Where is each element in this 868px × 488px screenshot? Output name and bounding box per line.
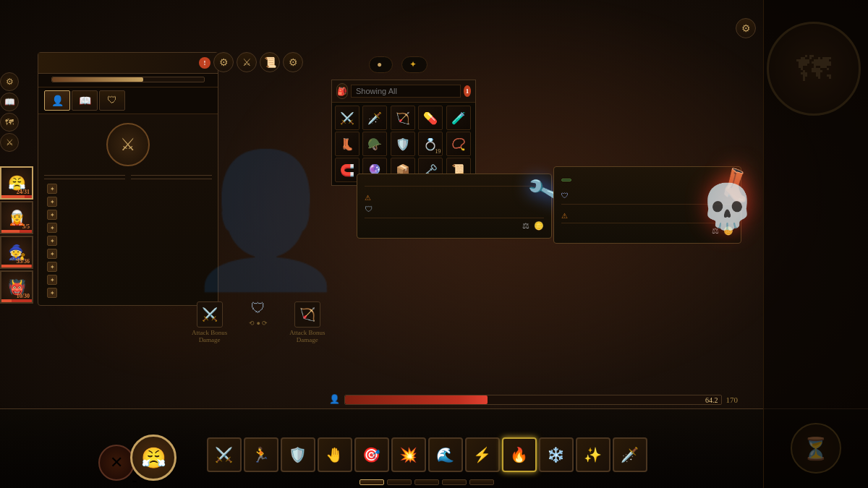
party-member-2[interactable]: 🧝 3/5 bbox=[0, 201, 33, 234]
bottom-action-area: ⚔️ 🏃 🛡️ 🤚 🎯 💥 🌊 ⚡ 🔥 ❄️ ✨ 🗡️ bbox=[94, 435, 760, 487]
tooltip-speedy-lightfeet: 🔧 ⚠ 🛡 ⚖ 🪙 bbox=[357, 174, 552, 239]
hp-bar-fill bbox=[345, 395, 488, 404]
tab-monk[interactable] bbox=[387, 479, 412, 485]
inv-icon[interactable]: 🎒 bbox=[336, 83, 348, 99]
melee-weapon-icon: ⚔️ bbox=[197, 301, 223, 328]
inv-slot-10[interactable]: 📿 bbox=[446, 132, 471, 156]
feature-icon-5: ✦ bbox=[47, 236, 57, 246]
inv-slot-1[interactable]: ⚔️ bbox=[335, 106, 359, 130]
skull-icon: 💀 bbox=[700, 181, 754, 232]
character-silhouette: 👤 bbox=[184, 144, 347, 297]
resource-bar: ● ✦ bbox=[369, 56, 427, 73]
ranged-damage-label: Damage bbox=[289, 336, 325, 343]
party-member-1[interactable]: 😤 24/31 bbox=[0, 166, 33, 200]
char-tab-spells[interactable]: 📖 bbox=[72, 90, 98, 111]
ranged-col: 🏹 Attack Bonus Damage bbox=[289, 300, 325, 343]
bottom-bar: ⚔️ 🏃 🛡️ 🤚 🎯 💥 🌊 ⚡ 🔥 ❄️ ✨ 🗡️ ✕ 😤 ⏳ bbox=[0, 408, 868, 488]
party-hp-label-4: 10/30 bbox=[17, 293, 30, 299]
icon-gear[interactable]: ⚙ bbox=[283, 52, 303, 72]
top-right-icon-1[interactable]: ⚙ bbox=[736, 18, 756, 38]
feature-icon-8: ✦ bbox=[47, 275, 57, 285]
health-bar-section: 👤 64.2 170 bbox=[329, 394, 738, 405]
edge-btn-2[interactable]: 📖 bbox=[0, 93, 19, 111]
gold-counter: ✦ bbox=[401, 56, 427, 73]
action-5[interactable]: 🎯 bbox=[354, 437, 389, 472]
skull-decoration: 💀 bbox=[698, 163, 756, 249]
tooltip-left-footer: ⚖ 🪙 bbox=[365, 218, 544, 231]
char-tab-stats[interactable]: 👤 bbox=[44, 90, 70, 111]
action-icons: ⟲ ● ⟳ bbox=[249, 320, 268, 327]
notification-badge: ! bbox=[199, 57, 210, 69]
hp-text: 64.2 bbox=[705, 395, 718, 403]
action-4[interactable]: 🤚 bbox=[318, 437, 352, 472]
inv-slot-5[interactable]: 🧪 bbox=[446, 106, 471, 130]
party-member-3[interactable]: 🧙 35/36 bbox=[0, 236, 33, 269]
melee-col: ⚔️ Attack Bonus Damage bbox=[192, 300, 227, 343]
tab-custom[interactable] bbox=[469, 479, 494, 485]
inventory-header: 🎒 1 bbox=[332, 80, 475, 103]
xp-bar-background bbox=[51, 77, 205, 82]
edge-btn-3[interactable]: 🗺 bbox=[0, 113, 19, 132]
action-6[interactable]: 💥 bbox=[391, 437, 426, 472]
inv-slot-4[interactable]: 💊 bbox=[418, 106, 443, 130]
action-1[interactable]: ⚔️ bbox=[207, 437, 242, 472]
bottom-left-action-icon[interactable]: ✕ bbox=[98, 445, 135, 481]
feature-icon-1: ✦ bbox=[47, 184, 57, 194]
party-hp-bar-1 bbox=[1, 195, 32, 198]
char-panel-header: ! bbox=[38, 53, 218, 74]
feature-icon-7: ✦ bbox=[47, 262, 57, 272]
equipped-badge bbox=[561, 179, 571, 181]
orb-icon: ● bbox=[377, 59, 382, 70]
party-hp-bar-3 bbox=[1, 265, 32, 267]
feature-icon-4: ✦ bbox=[47, 223, 57, 233]
hp-max: 170 bbox=[726, 395, 739, 404]
top-right-icons: ⚙ bbox=[736, 18, 756, 38]
bottom-character-portrait[interactable]: 😤 bbox=[130, 435, 176, 481]
party-hp-label-1: 24/31 bbox=[17, 189, 30, 195]
xp-bar-fill bbox=[52, 77, 143, 82]
action-11[interactable]: ✨ bbox=[576, 437, 610, 472]
icon-sword[interactable]: ⚔ bbox=[237, 52, 257, 72]
icon-scroll[interactable]: 📜 bbox=[260, 52, 280, 72]
action-8[interactable]: ⚡ bbox=[465, 437, 500, 472]
icon-class[interactable]: ⚙ bbox=[213, 52, 234, 72]
inv-slot-8[interactable]: 🛡️ bbox=[391, 132, 415, 156]
feature-icon-9: ✦ bbox=[47, 288, 57, 298]
action-2[interactable]: 🏃 bbox=[244, 437, 278, 472]
party-list: 😤 24/31 🧝 3/5 🧙 35/36 👹 10/30 bbox=[0, 166, 33, 304]
hp-icon: 👤 bbox=[329, 394, 340, 405]
feature-icon-3: ✦ bbox=[47, 210, 57, 220]
edge-btn-4[interactable]: ⚔ bbox=[0, 133, 19, 152]
action-bar: ⚔️ 🏃 🛡️ 🤚 🎯 💥 🌊 ⚡ 🔥 ❄️ ✨ 🗡️ bbox=[94, 435, 760, 475]
action-12[interactable]: 🗡️ bbox=[613, 437, 647, 472]
tab-items[interactable] bbox=[414, 479, 439, 485]
melee-attack-label: Attack Bonus bbox=[192, 329, 227, 336]
tab-passives[interactable] bbox=[442, 479, 467, 485]
party-member-4[interactable]: 👹 10/30 bbox=[0, 270, 33, 304]
combat-section: ⚔️ Attack Bonus Damage 🛡 ⟲ ● ⟳ 🏹 Attack … bbox=[192, 300, 325, 343]
shield-icon: 🛡 bbox=[249, 300, 268, 317]
bottom-tabs bbox=[94, 476, 760, 487]
tab-common[interactable] bbox=[359, 479, 384, 485]
level-bar-section bbox=[38, 74, 218, 87]
ranged-weapon-icon: 🏹 bbox=[294, 301, 320, 328]
party-hp-label-3: 35/36 bbox=[17, 258, 30, 265]
inv-slot-2[interactable]: 🗡️ bbox=[362, 106, 387, 130]
action-10[interactable]: ❄️ bbox=[539, 437, 574, 472]
edge-btn-1[interactable]: ⚙ bbox=[0, 72, 19, 91]
inventory-search[interactable] bbox=[351, 85, 461, 98]
party-hp-label-2: 3/5 bbox=[22, 223, 30, 230]
char-emblem: ⚔ bbox=[106, 123, 150, 166]
inv-slot-7[interactable]: 🪖 bbox=[362, 132, 387, 156]
action-3[interactable]: 🛡️ bbox=[281, 437, 315, 472]
char-tab-equipment[interactable]: 🛡 bbox=[99, 90, 125, 111]
char-tabs: 👤 📖 🛡 bbox=[38, 87, 218, 114]
action-7[interactable]: 🌊 bbox=[428, 437, 463, 472]
inventory-panel: 🎒 1 ⚔️ 🗡️ 🏹 💊 🧪 👢 🪖 🛡️ 💍19 📿 🧲 🔮 📦5 🗝️ 📜… bbox=[331, 80, 476, 186]
inv-slot-9[interactable]: 💍19 bbox=[418, 132, 443, 156]
gold-icon: ✦ bbox=[409, 59, 417, 70]
bottom-hp-badge bbox=[132, 481, 137, 482]
feature-icon-6: ✦ bbox=[47, 249, 57, 259]
action-9[interactable]: 🔥 bbox=[502, 437, 537, 472]
inv-slot-3[interactable]: 🏹 bbox=[391, 106, 415, 130]
